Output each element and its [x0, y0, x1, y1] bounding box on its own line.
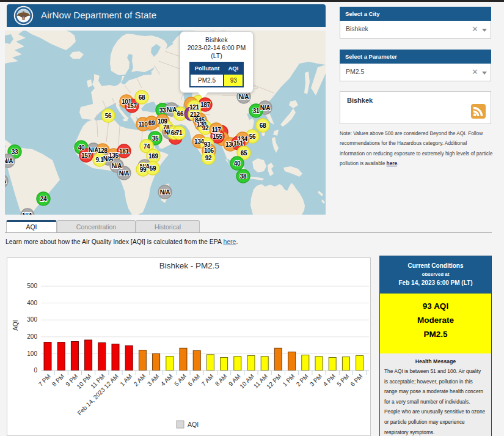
svg-text:N/A: N/A [260, 105, 270, 111]
svg-text:2 PM: 2 PM [295, 373, 310, 388]
svg-text:N/A: N/A [5, 158, 13, 164]
svg-text:33: 33 [159, 107, 166, 114]
svg-text:155: 155 [213, 133, 223, 140]
svg-text:56: 56 [249, 133, 256, 140]
svg-text:4 AM: 4 AM [159, 373, 174, 388]
svg-text:5 PM: 5 PM [335, 373, 350, 388]
svg-text:9.1: 9.1 [95, 157, 104, 163]
svg-text:71: 71 [176, 130, 183, 136]
svg-text:7 PM: 7 PM [37, 373, 52, 388]
svg-text:106: 106 [204, 147, 214, 154]
svg-text:12 PM: 12 PM [265, 373, 282, 390]
svg-text:187: 187 [200, 102, 211, 108]
svg-text:10 AM: 10 AM [238, 373, 255, 390]
svg-text:1 AM: 1 AM [119, 373, 133, 388]
svg-text:N/A: N/A [119, 170, 129, 177]
svg-text:0: 0 [34, 367, 37, 374]
svg-text:117: 117 [211, 127, 221, 133]
svg-text:300: 300 [27, 316, 37, 323]
svg-text:7 AM: 7 AM [200, 373, 215, 388]
svg-text:151: 151 [233, 140, 244, 147]
svg-text:8 PM: 8 PM [51, 373, 65, 388]
svg-text:59: 59 [150, 165, 156, 172]
svg-text:134: 134 [194, 138, 205, 145]
svg-text:56: 56 [105, 113, 112, 119]
svg-text:N/A: N/A [167, 106, 177, 113]
svg-text:Bishkek - PM2.5: Bishkek - PM2.5 [159, 261, 219, 270]
svg-text:157: 157 [127, 103, 137, 109]
svg-text:N/A: N/A [112, 163, 122, 169]
svg-text:3 PM: 3 PM [309, 373, 323, 388]
svg-text:110: 110 [138, 121, 148, 128]
svg-text:40: 40 [78, 144, 85, 151]
svg-text:AQI: AQI [12, 320, 19, 330]
svg-text:169: 169 [148, 153, 159, 160]
svg-text:99: 99 [140, 166, 147, 173]
svg-text:AQI: AQI [188, 421, 199, 428]
svg-text:40: 40 [234, 160, 241, 167]
svg-text:35: 35 [152, 135, 159, 142]
svg-text:68: 68 [139, 94, 145, 101]
svg-text:N/A: N/A [5, 178, 6, 185]
svg-text:92: 92 [202, 125, 209, 131]
svg-text:6 PM: 6 PM [349, 373, 363, 388]
svg-text:24: 24 [40, 196, 47, 202]
svg-text:N/A: N/A [239, 94, 249, 100]
svg-text:1 PM: 1 PM [281, 373, 296, 388]
svg-text:4 PM: 4 PM [322, 373, 337, 388]
svg-text:10 PM: 10 PM [75, 373, 92, 390]
svg-text:121: 121 [189, 104, 200, 111]
svg-text:500: 500 [27, 283, 37, 289]
svg-text:69: 69 [148, 120, 155, 127]
svg-text:66: 66 [177, 111, 184, 117]
svg-text:74: 74 [144, 143, 150, 150]
svg-text:6 AM: 6 AM [186, 373, 201, 388]
svg-text:31: 31 [253, 108, 260, 114]
svg-text:128: 128 [98, 147, 108, 154]
svg-text:38: 38 [240, 173, 247, 180]
svg-text:33: 33 [12, 149, 18, 155]
svg-text:8 AM: 8 AM [214, 373, 228, 388]
svg-text:200: 200 [27, 333, 37, 340]
svg-text:68: 68 [260, 122, 266, 129]
svg-text:3 AM: 3 AM [146, 373, 161, 388]
svg-text:2 AM: 2 AM [133, 373, 147, 388]
svg-text:92: 92 [205, 155, 212, 161]
svg-text:100: 100 [27, 350, 37, 357]
svg-text:135: 135 [109, 152, 119, 159]
svg-text:181: 181 [119, 148, 130, 155]
svg-text:65: 65 [241, 150, 247, 157]
svg-text:N/A: N/A [23, 212, 32, 215]
svg-text:400: 400 [27, 300, 37, 306]
svg-text:5 AM: 5 AM [173, 373, 188, 388]
svg-text:157: 157 [81, 152, 92, 159]
svg-text:N/A: N/A [160, 189, 170, 196]
